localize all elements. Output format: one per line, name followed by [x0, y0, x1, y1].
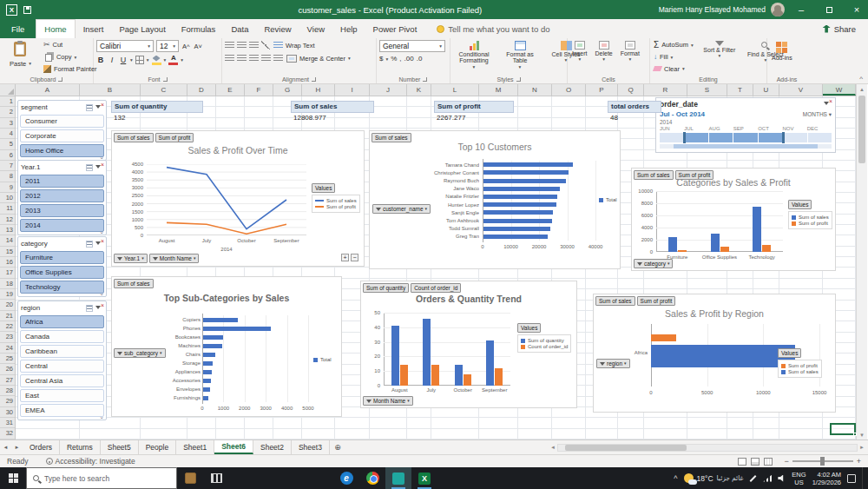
- column-header-O[interactable]: O: [552, 84, 586, 96]
- field-button-customer-name[interactable]: customer_name▾: [372, 204, 431, 214]
- increase-font-button[interactable]: A^: [181, 41, 191, 51]
- field-button-region[interactable]: region▾: [596, 359, 630, 368]
- sort-filter-button[interactable]: Sort & Filter▾: [699, 40, 740, 74]
- pivot-value-sum-of-sales[interactable]: 12808.977: [291, 114, 374, 124]
- action-center-icon[interactable]: [847, 474, 856, 483]
- timeline-segment-oct[interactable]: [759, 133, 782, 142]
- row-header-3[interactable]: 3: [0, 118, 15, 129]
- slicer-category[interactable]: categoryFurnitureOffice SuppliesTechnolo…: [17, 236, 107, 297]
- share-button[interactable]: Share: [811, 19, 868, 38]
- sheet-tab-sheet1[interactable]: Sheet1: [176, 440, 214, 454]
- show-desktop-button[interactable]: [862, 467, 866, 489]
- format-painter-button[interactable]: Format Painter: [43, 63, 98, 74]
- multi-select-icon[interactable]: [86, 241, 93, 248]
- sheet-tab-sheet3[interactable]: Sheet3: [292, 440, 330, 454]
- cut-button[interactable]: ✂Cut: [43, 40, 98, 50]
- chart-categories-by-sales-profit[interactable]: Categories by Sales & ProfitSum of sales…: [631, 168, 836, 271]
- page-layout-view-icon[interactable]: [751, 458, 760, 466]
- clear-filter-icon[interactable]: [95, 104, 103, 111]
- timeline-selection-bar[interactable]: [660, 133, 832, 142]
- percent-style-button[interactable]: %: [391, 55, 397, 63]
- slicer-item-furniture[interactable]: Furniture: [20, 251, 104, 264]
- number-format-combo[interactable]: General▾: [379, 40, 445, 52]
- chart-sales-profit-over-time[interactable]: Sales & Profit Over TimeSum of salesSum …: [111, 130, 365, 267]
- field-button-sum-of-profit[interactable]: Sum of profit: [675, 170, 714, 180]
- ribbon-tab-data[interactable]: Data: [223, 19, 256, 38]
- row-header-28[interactable]: 28: [0, 386, 15, 396]
- row-header-4[interactable]: 4: [0, 129, 15, 139]
- field-button-values[interactable]: Values: [788, 200, 812, 209]
- page-break-view-icon[interactable]: [764, 458, 773, 466]
- column-header-P[interactable]: P: [586, 84, 618, 96]
- scroll-down-icon[interactable]: ⌄: [99, 413, 104, 420]
- slicer-item-canada[interactable]: Canada: [20, 330, 104, 343]
- decrease-decimal-button[interactable]: .0: [417, 55, 423, 63]
- chart-sales-profit-by-region[interactable]: Sales & Profit by RegionSum of salesSum …: [593, 294, 836, 413]
- column-header-A[interactable]: A: [16, 84, 80, 96]
- taskbar-button-edge-icon[interactable]: [333, 467, 359, 489]
- row-header-24[interactable]: 24: [0, 343, 15, 354]
- scroll-down-icon[interactable]: ⌄: [99, 228, 104, 235]
- clear-button[interactable]: Clear▾: [653, 63, 694, 74]
- vertical-scrollbar[interactable]: ▲ ▼: [856, 84, 867, 439]
- zoom-slider-thumb[interactable]: [820, 457, 825, 466]
- clear-filter-icon[interactable]: [95, 241, 103, 248]
- column-header-B[interactable]: B: [80, 84, 141, 96]
- taskbar-button-task-view-icon[interactable]: [203, 467, 229, 489]
- fill-handle[interactable]: [853, 433, 857, 436]
- dialog-launcher-icon[interactable]: [516, 77, 521, 82]
- accounting-format-button[interactable]: $: [379, 55, 383, 63]
- slicer-item-home-office[interactable]: Home Office: [20, 144, 104, 157]
- copy-button[interactable]: Copy▾: [43, 52, 98, 63]
- scroll-right-icon[interactable]: ►: [859, 445, 865, 450]
- conditional-formatting-button[interactable]: Conditional Formatting▾: [453, 40, 495, 74]
- slicer-item-2011[interactable]: 2011: [20, 175, 104, 188]
- row-header-15[interactable]: 15: [0, 247, 15, 257]
- pivot-header-total-orders[interactable]: total orders: [608, 101, 661, 113]
- row-header-18[interactable]: 18: [0, 279, 15, 289]
- row-header-5[interactable]: 5: [0, 139, 15, 149]
- slicer-item-central[interactable]: Central: [20, 360, 104, 373]
- align-right-button[interactable]: [249, 55, 259, 62]
- field-button-sum-of-sales[interactable]: Sum of sales: [114, 133, 154, 142]
- field-button-category[interactable]: category▾: [634, 259, 673, 268]
- fill-color-button[interactable]: [152, 56, 161, 65]
- row-header-14[interactable]: 14: [0, 235, 15, 246]
- new-sheet-button[interactable]: ⊕: [330, 440, 345, 454]
- slicer-item-2013[interactable]: 2013: [20, 204, 104, 217]
- clear-filter-icon[interactable]: [95, 164, 103, 171]
- align-top-button[interactable]: [225, 42, 234, 49]
- ribbon-tab-file[interactable]: File: [0, 19, 36, 38]
- clear-filter-icon[interactable]: [824, 101, 832, 108]
- underline-button[interactable]: U: [119, 56, 128, 64]
- font-color-button[interactable]: A: [168, 55, 178, 65]
- timeline-granularity-dropdown[interactable]: MONTHS ▾: [803, 111, 832, 118]
- column-header-S[interactable]: S: [687, 84, 727, 96]
- horizontal-scrollbar[interactable]: ◄ ►: [547, 440, 868, 454]
- scrollbar-track[interactable]: [857, 94, 867, 430]
- close-button[interactable]: ×: [845, 0, 868, 19]
- field-button-sum-of-quantity[interactable]: Sum of quantity: [363, 283, 409, 293]
- row-header-21[interactable]: 21: [0, 311, 15, 321]
- ribbon-tab-view[interactable]: View: [299, 19, 332, 38]
- column-header-I[interactable]: I: [335, 84, 370, 96]
- taskbar-button-code-icon[interactable]: [385, 467, 411, 489]
- align-center-button[interactable]: [237, 55, 247, 62]
- align-middle-button[interactable]: [237, 42, 247, 49]
- column-header-M[interactable]: M: [479, 84, 518, 96]
- taskbar-button-excel-icon[interactable]: [411, 467, 437, 489]
- minimize-button[interactable]: –: [790, 0, 812, 19]
- timeline-segment-aug[interactable]: [709, 133, 733, 142]
- autosum-button[interactable]: ΣAutoSum▾: [653, 40, 694, 50]
- dialog-launcher-icon[interactable]: [423, 77, 427, 82]
- timeline-scrollbar[interactable]: [660, 144, 832, 149]
- field-button-values[interactable]: Values: [312, 183, 335, 193]
- pivot-header-sum-of-quantity[interactable]: Sum of quantity: [111, 101, 203, 113]
- sheet-tab-returns[interactable]: Returns: [60, 440, 101, 454]
- pivot-value-total-orders[interactable]: 48: [608, 114, 661, 124]
- field-button-month-name[interactable]: Month Name▾: [363, 396, 413, 406]
- fill-button[interactable]: ↓Fill▾: [653, 52, 694, 63]
- field-button-year-1[interactable]: Year.1▾: [114, 254, 148, 263]
- row-header-6[interactable]: 6: [0, 150, 15, 161]
- ribbon-tab-page-layout[interactable]: Page Layout: [111, 19, 173, 38]
